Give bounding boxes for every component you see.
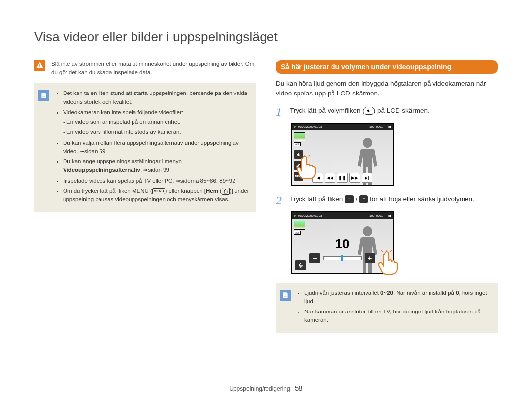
thumbnail-icon	[294, 221, 305, 230]
left-column: Slå inte av strömmen eller mata ut minne…	[34, 60, 256, 333]
section-header: Så här justerar du volymen under videoup…	[276, 60, 498, 74]
home-icon	[222, 188, 230, 195]
step-number: 1	[276, 106, 285, 118]
two-column-layout: Slå inte av strömmen eller mata ut minne…	[34, 60, 498, 333]
info-subitem: En video vars filformat inte stöds av ka…	[63, 128, 250, 136]
info-item: Videokameran kan inte spela följande vid…	[63, 108, 250, 137]
tap-gesture-icon	[377, 250, 399, 275]
info-item: Om du trycker lätt på fliken MENU (MENU)…	[63, 187, 250, 204]
lcd-screenshot-1: ▶ 00:00:20/00:01:03 100_0001 ▯ ▮▮ ALL ME…	[291, 123, 394, 186]
next-button[interactable]: ▶|	[362, 173, 372, 183]
sd-icon: ▯	[385, 125, 386, 128]
lcd-clipname: 100_0001	[369, 125, 383, 128]
info-box-right: Ljudnivån justeras i intervallet 0~20. N…	[276, 283, 498, 333]
volume-up-button[interactable]: +	[365, 253, 375, 263]
footer-section: Uppspelning/redigering	[229, 385, 290, 392]
lcd-screenshot-2: ▶ 00:00:20/00:01:03 100_0001 ▯ ▮▮ ALL 10…	[291, 211, 394, 274]
page-number: 58	[295, 384, 303, 392]
title-rule	[34, 49, 498, 49]
page-footer: Uppspelning/redigering 58	[0, 384, 532, 392]
sd-icon: ▯	[385, 214, 386, 217]
info-box-left: Det kan ta en liten stund att starta upp…	[34, 83, 256, 212]
forward-button[interactable]: ▶▶	[349, 173, 360, 183]
warning-row: Slå inte av strömmen eller mata ut minne…	[34, 60, 256, 76]
volume-bar: − +	[309, 253, 375, 263]
step-number: 2	[276, 194, 285, 206]
manual-page: Visa videor eller bilder i uppspelningsl…	[0, 0, 532, 406]
play-indicator-icon: ▶	[294, 214, 296, 218]
tap-gesture-icon	[296, 154, 317, 180]
lcd-clipname: 100_0001	[369, 214, 383, 217]
transport-controls: |◀ ◀◀ ❚❚ ▶▶ ▶|	[312, 173, 372, 183]
lcd-timecode: 00:00:20/00:01:03	[298, 214, 322, 217]
lcd-topbar: ▶ 00:00:20/00:01:03 100_0001 ▯ ▮▮	[292, 124, 393, 130]
lcd-timecode: 00:00:20/00:01:03	[298, 125, 322, 128]
right-column: Så här justerar du volymen under videoup…	[276, 60, 498, 333]
svg-rect-1	[39, 66, 40, 67]
play-indicator-icon: ▶	[294, 125, 296, 129]
step-2: 2 Tryck lätt på fliken − / + för att höj…	[276, 194, 498, 206]
info-item: När kameran är ansluten till en TV, hör …	[304, 308, 492, 325]
info-list-left: Det kan ta en liten stund att starta upp…	[54, 89, 250, 206]
page-title: Visa videor eller bilder i uppspelningsl…	[34, 30, 498, 45]
thumbnail-icon	[294, 132, 305, 141]
info-list-right: Ljudnivån justeras i intervallet 0~20. N…	[296, 289, 492, 327]
back-button[interactable]	[295, 260, 306, 270]
warning-icon	[34, 60, 45, 71]
step-1: 1 Tryck lätt på volymfliken () på LCD-sk…	[276, 106, 498, 118]
info-item: Du kan välja mellan flera uppspelningsal…	[63, 139, 250, 156]
plus-icon: +	[359, 195, 368, 203]
battery-icon: ▮▮	[388, 214, 391, 217]
minus-icon: −	[345, 195, 354, 203]
info-item: Du kan ange uppspelningsinställningar i …	[63, 157, 250, 175]
volume-handle[interactable]	[341, 255, 343, 261]
volume-down-button[interactable]: −	[309, 253, 320, 263]
battery-icon: ▮▮	[388, 125, 391, 128]
rewind-button[interactable]: ◀◀	[325, 173, 335, 183]
intro-paragraph: Du kan höra ljud genom den inbyggda högt…	[276, 79, 498, 99]
info-item: Ljudnivån justeras i intervallet 0~20. N…	[304, 289, 492, 306]
svg-rect-5	[284, 296, 287, 296]
warning-text: Slå inte av strömmen eller mata ut minne…	[51, 60, 256, 76]
all-tag: ALL	[294, 231, 301, 235]
info-item: Det kan ta en liten stund att starta upp…	[63, 89, 250, 106]
info-subitem: En video som är inspelad på en annan enh…	[63, 118, 250, 126]
step-text: Tryck lätt på fliken − / + för att höja …	[290, 194, 474, 204]
speaker-icon	[365, 107, 373, 115]
menu-chip-icon: MENU	[152, 188, 166, 195]
svg-rect-4	[284, 294, 287, 295]
info-icon	[38, 90, 49, 101]
lcd-topbar: ▶ 00:00:20/00:01:03 100_0001 ▯ ▮▮	[292, 212, 393, 219]
info-item: Inspelade videos kan spelas på TV eller …	[63, 177, 250, 185]
step-text: Tryck lätt på volymfliken () på LCD-skär…	[290, 106, 430, 116]
pause-button[interactable]: ❚❚	[337, 173, 348, 183]
volume-track[interactable]	[323, 256, 362, 260]
info-icon	[280, 290, 291, 301]
all-tag: ALL	[294, 142, 301, 146]
svg-rect-0	[39, 64, 40, 66]
